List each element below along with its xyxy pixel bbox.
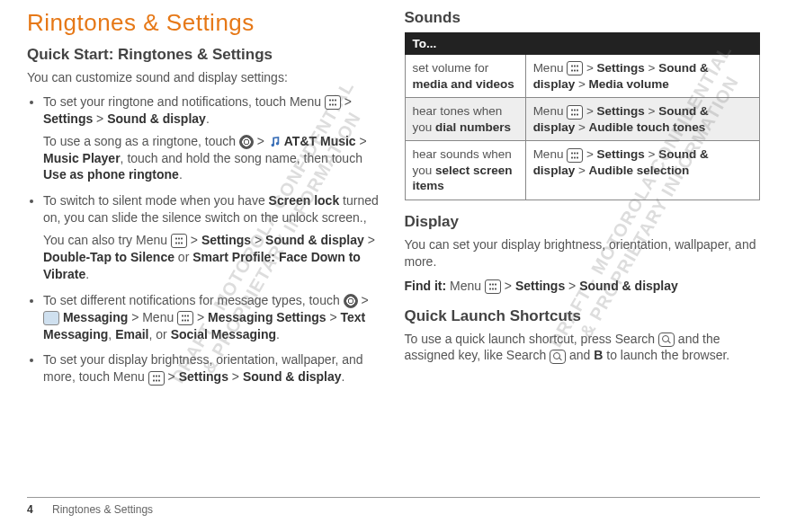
list-item: To set your display brightness, orientat… xyxy=(43,351,383,386)
page-number: 4 xyxy=(27,503,33,516)
menu-icon xyxy=(567,105,583,120)
list-item: To set your ringtone and notifications, … xyxy=(43,93,383,183)
page-footer: 4 Ringtones & Settings xyxy=(27,497,760,516)
menu-icon xyxy=(485,279,501,294)
list-item: To set different notifications for messa… xyxy=(43,292,383,343)
display-body: You can set your display brightness, ori… xyxy=(405,236,761,270)
intro-text: You can customize sound and display sett… xyxy=(27,69,383,86)
left-column: Ringtones & Settings Quick Start: Ringto… xyxy=(27,9,383,395)
display-heading: Display xyxy=(405,213,761,231)
music-icon xyxy=(268,136,281,148)
table-row: hear sounds when you select screen items… xyxy=(405,141,760,200)
menu-icon xyxy=(177,311,193,325)
table-header: To... xyxy=(405,33,760,55)
disc-icon xyxy=(239,135,254,149)
menu-icon xyxy=(148,371,165,386)
quickstart-heading: Quick Start: Ringtones & Settings xyxy=(27,46,383,64)
page-body: Ringtones & Settings Quick Start: Ringto… xyxy=(0,0,787,395)
menu-icon xyxy=(567,148,583,163)
quicklaunch-body: To use a quick launch shortcut, press Se… xyxy=(405,331,761,365)
search-icon xyxy=(550,350,566,364)
list-item-sub: You can also try Menu > Settings > Sound… xyxy=(43,232,383,283)
right-column: Sounds To... set volume for media and vi… xyxy=(405,9,761,395)
quicklaunch-heading: Quick Launch Shortcuts xyxy=(405,307,761,325)
envelope-icon xyxy=(43,311,59,325)
list-item-sub: To use a song as a ringtone, touch > AT&… xyxy=(43,133,383,184)
search-icon xyxy=(658,332,675,347)
sounds-heading: Sounds xyxy=(405,9,761,27)
disc-icon xyxy=(344,294,358,308)
menu-icon xyxy=(171,234,187,248)
list-item: To switch to silent mode when you have S… xyxy=(43,192,383,282)
page-title: Ringtones & Settings xyxy=(27,9,383,37)
menu-icon xyxy=(325,95,341,110)
menu-icon xyxy=(567,61,583,75)
find-it-line: Find it: Menu > Settings > Sound & displ… xyxy=(405,278,761,295)
sounds-table: To... set volume for media and videos Me… xyxy=(405,32,761,200)
table-row: hear tones when you dial numbers Menu > … xyxy=(405,98,760,141)
table-row: set volume for media and videos Menu > S… xyxy=(405,55,760,98)
settings-list: To set your ringtone and notifications, … xyxy=(27,93,383,386)
footer-section: Ringtones & Settings xyxy=(52,503,153,516)
